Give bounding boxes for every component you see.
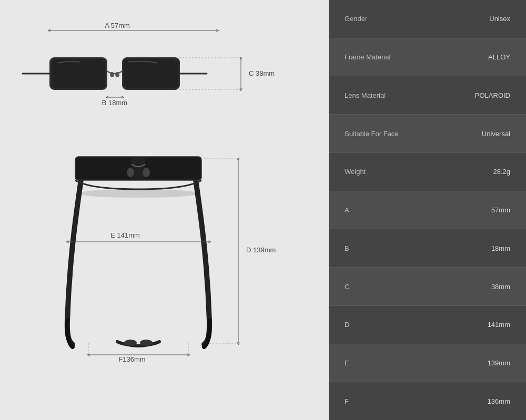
specs-panel: GenderUnisexFrame MaterialALLOYLens Mate… (329, 0, 526, 420)
spec-row-gender: GenderUnisex (329, 0, 526, 38)
svg-text:D 139mm: D 139mm (246, 246, 276, 254)
svg-rect-18 (145, 158, 200, 179)
spec-row-c: C38mm (329, 268, 526, 306)
diagram-panel: A 57mm B 18mm (0, 0, 329, 420)
spec-row-suitable-for-face: Suitable For FaceUniversal (329, 115, 526, 153)
spec-value: 18mm (491, 244, 510, 252)
spec-value: Universal (482, 130, 510, 138)
svg-text:E 141mm: E 141mm (110, 231, 140, 239)
svg-point-21 (78, 189, 199, 198)
svg-text:C 38mm: C 38mm (249, 69, 275, 77)
svg-text:F136mm: F136mm (118, 355, 145, 363)
bottom-view-diagram: D 139mm E 141mm F136mm (12, 137, 317, 368)
spec-value: POLAROID (475, 91, 510, 99)
svg-point-20 (143, 168, 150, 177)
spec-row-f: F136mm (329, 382, 526, 420)
spec-row-a: A57mm (329, 191, 526, 230)
spec-label: Frame Material (345, 53, 390, 61)
svg-point-19 (127, 168, 134, 177)
svg-rect-6 (124, 59, 178, 88)
spec-value: ALLOY (488, 53, 510, 61)
svg-rect-4 (52, 59, 105, 88)
svg-point-8 (110, 72, 114, 77)
spec-value: 38mm (491, 283, 510, 291)
spec-label: E (345, 359, 349, 367)
svg-point-22 (124, 340, 137, 346)
spec-label: Gender (345, 15, 367, 23)
spec-label: Weight (345, 168, 366, 176)
svg-rect-17 (76, 158, 132, 179)
spec-row-d: D141mm (329, 306, 526, 344)
spec-value: 57mm (491, 206, 510, 214)
spec-value: 136mm (488, 397, 510, 405)
spec-value: Unisex (489, 15, 510, 23)
spec-row-b: B18mm (329, 229, 526, 268)
svg-text:B 18mm: B 18mm (102, 99, 127, 107)
spec-value: 139mm (488, 359, 510, 367)
spec-label: Lens Material (345, 91, 386, 99)
spec-value: 141mm (488, 321, 510, 329)
spec-label: Suitable For Face (345, 130, 399, 138)
spec-row-frame-material: Frame MaterialALLOY (329, 38, 526, 77)
svg-point-23 (140, 340, 153, 346)
spec-row-weight: Weight28.2g (329, 153, 526, 191)
spec-value: 28.2g (493, 168, 510, 176)
svg-point-9 (115, 72, 119, 77)
spec-row-lens-material: Lens MaterialPOLAROID (329, 76, 526, 115)
spec-row-e: E139mm (329, 344, 526, 383)
top-view-diagram: A 57mm B 18mm (12, 16, 317, 131)
spec-label: F (345, 397, 349, 405)
spec-label: D (345, 321, 349, 329)
svg-text:A 57mm: A 57mm (105, 22, 130, 29)
spec-label: A (345, 206, 349, 214)
spec-label: B (345, 244, 349, 252)
spec-label: C (345, 283, 349, 291)
